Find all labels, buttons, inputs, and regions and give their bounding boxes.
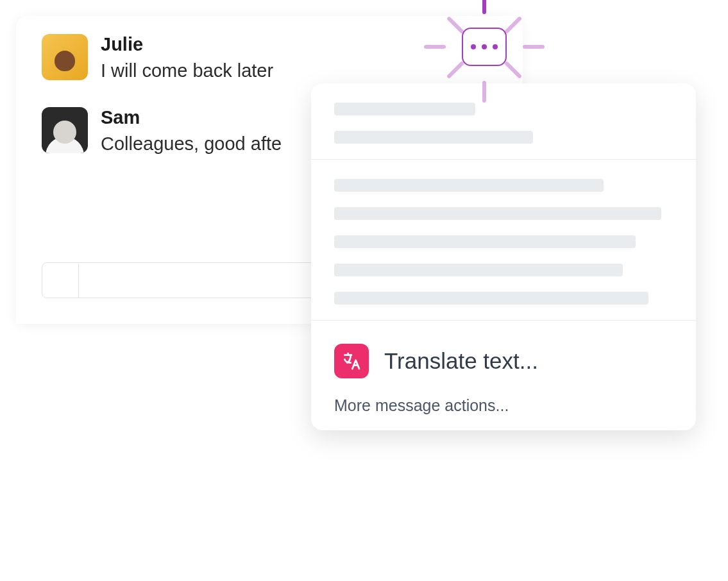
burst-ray-icon [482, 0, 486, 14]
more-actions-button[interactable] [462, 28, 507, 66]
burst-ray-icon [446, 61, 464, 79]
translate-icon [334, 344, 369, 378]
more-message-actions-link[interactable]: More message actions... [334, 390, 673, 415]
burst-ray-icon [504, 61, 522, 79]
burst-ray-icon [446, 16, 464, 34]
menu-item-placeholder[interactable] [334, 207, 661, 220]
translate-action-label: Translate text... [384, 348, 538, 374]
burst-ray-icon [523, 45, 545, 49]
burst-ray-icon [504, 16, 522, 34]
message-context-menu: Translate text... More message actions..… [311, 83, 696, 430]
avatar[interactable] [42, 34, 88, 80]
menu-item-placeholder[interactable] [334, 103, 475, 115]
menu-item-placeholder[interactable] [334, 292, 648, 305]
more-horizontal-icon [482, 44, 487, 49]
burst-ray-icon [482, 81, 486, 103]
menu-section: Translate text... More message actions..… [311, 320, 696, 430]
more-horizontal-icon [493, 44, 498, 49]
menu-item-placeholder[interactable] [334, 131, 533, 144]
burst-ray-icon [424, 45, 446, 49]
translate-text-action[interactable]: Translate text... [334, 340, 673, 390]
more-horizontal-icon [471, 44, 476, 49]
menu-item-placeholder[interactable] [334, 179, 604, 192]
menu-section [311, 159, 696, 320]
more-button-highlight [427, 0, 542, 101]
menu-item-placeholder[interactable] [334, 235, 636, 248]
avatar[interactable] [42, 107, 88, 153]
menu-item-placeholder[interactable] [334, 264, 623, 276]
